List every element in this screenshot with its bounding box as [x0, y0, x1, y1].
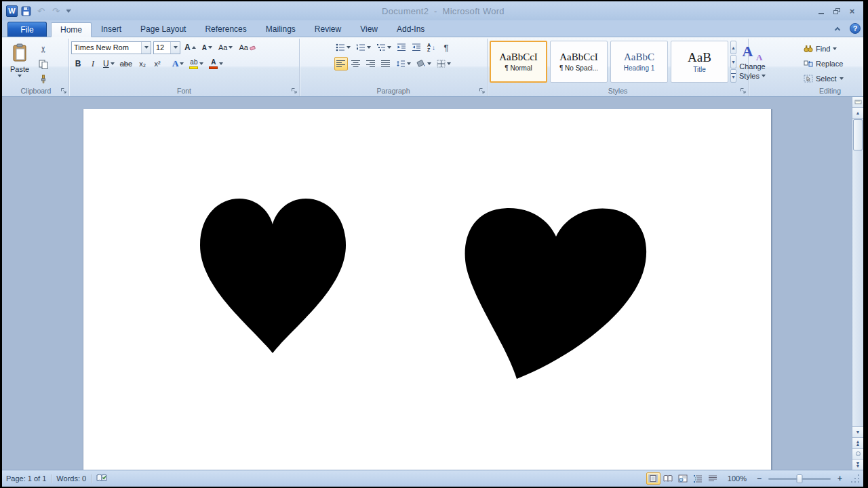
- redo-icon[interactable]: ↷: [50, 5, 62, 18]
- underline-button[interactable]: U: [101, 57, 117, 70]
- format-painter-button[interactable]: [35, 73, 52, 85]
- save-icon[interactable]: [20, 5, 33, 18]
- help-icon[interactable]: ?: [850, 23, 861, 34]
- heart-shape-left[interactable]: [200, 199, 346, 353]
- styles-gallery-expand-icon[interactable]: ▼: [730, 69, 736, 83]
- copy-button[interactable]: [35, 58, 52, 70]
- tab-insert[interactable]: Insert: [92, 22, 131, 37]
- style-normal[interactable]: AaBbCcI ¶ Normal: [490, 41, 547, 83]
- undo-icon[interactable]: ↶: [35, 5, 47, 18]
- clear-formatting-button[interactable]: Aa: [237, 41, 257, 54]
- align-right-button[interactable]: [364, 57, 378, 70]
- style-heading-1[interactable]: AaBbC Heading 1: [610, 41, 668, 83]
- vertical-scrollbar[interactable]: ▲ ▼ ▲▲ ▼▼: [852, 97, 863, 470]
- restore-button[interactable]: [829, 5, 844, 17]
- style-no-spacing[interactable]: AaBbCcI ¶ No Spaci...: [550, 41, 608, 83]
- numbering-button[interactable]: [354, 41, 373, 54]
- style-title[interactable]: AaB Title: [671, 41, 728, 83]
- customize-qat-icon[interactable]: [64, 5, 73, 18]
- close-button[interactable]: ×: [845, 5, 859, 17]
- proofing-status-button[interactable]: [96, 473, 108, 484]
- justify-button[interactable]: [379, 57, 393, 70]
- find-button[interactable]: Find: [800, 42, 860, 55]
- align-left-button[interactable]: [334, 57, 348, 70]
- increase-indent-button[interactable]: [410, 41, 423, 54]
- page-indicator[interactable]: Page: 1 of 1: [6, 474, 46, 483]
- replace-button[interactable]: Replace: [800, 57, 860, 70]
- fullscreen-reading-view-button[interactable]: [661, 472, 675, 485]
- tab-references[interactable]: References: [195, 22, 256, 37]
- scrollbar-thumb[interactable]: [853, 119, 863, 150]
- format-painter-icon: [39, 75, 48, 84]
- styles-scroll-down-icon[interactable]: ▼: [730, 55, 736, 68]
- print-layout-view-button[interactable]: [646, 472, 660, 485]
- web-layout-view-button[interactable]: [676, 472, 690, 485]
- grow-font-button[interactable]: A: [182, 41, 198, 54]
- scroll-down-icon[interactable]: ▼: [852, 426, 863, 437]
- tab-mailings[interactable]: Mailings: [256, 22, 305, 37]
- bold-button[interactable]: B: [71, 57, 85, 70]
- outline-view-button[interactable]: [691, 472, 705, 485]
- next-page-button[interactable]: ▼▼: [852, 459, 863, 470]
- minimize-ribbon-icon[interactable]: [832, 24, 843, 33]
- text-effects-button[interactable]: A: [170, 57, 186, 70]
- styles-scroll-up-icon[interactable]: ▲: [730, 41, 736, 54]
- tab-add-ins[interactable]: Add-Ins: [387, 22, 434, 37]
- statusbar-separator: [51, 474, 52, 483]
- zoom-slider-thumb[interactable]: [797, 474, 803, 483]
- resize-grip[interactable]: [850, 473, 859, 484]
- show-marks-button[interactable]: ¶: [439, 41, 453, 54]
- align-center-button[interactable]: [349, 57, 363, 70]
- heart-shape-right[interactable]: [465, 208, 647, 379]
- draft-view-button[interactable]: [706, 472, 720, 485]
- zoom-slider-track[interactable]: [768, 478, 831, 480]
- quick-access-toolbar: W ↶ ↷: [6, 5, 73, 18]
- font-size-dropdown-icon[interactable]: [170, 42, 180, 54]
- subscript-button[interactable]: x₂: [136, 57, 149, 70]
- font-name-combo[interactable]: Times New Rom: [71, 41, 151, 54]
- previous-page-button[interactable]: ▲▲: [852, 437, 863, 448]
- highlight-button[interactable]: ab: [187, 57, 205, 70]
- tab-view[interactable]: View: [351, 22, 387, 37]
- change-styles-button[interactable]: A A Change Styles: [738, 41, 766, 83]
- decrease-indent-button[interactable]: [395, 41, 408, 54]
- change-case-button[interactable]: Aa: [216, 41, 235, 54]
- italic-button[interactable]: I: [86, 57, 100, 70]
- shading-button[interactable]: [414, 57, 433, 70]
- group-paragraph: AZ ↓ ¶: [300, 39, 488, 96]
- tab-file[interactable]: File: [7, 22, 47, 37]
- document-page[interactable]: [83, 109, 771, 470]
- ruler-toggle-button[interactable]: [852, 97, 863, 108]
- superscript-button[interactable]: x²: [151, 57, 164, 70]
- tab-home[interactable]: Home: [51, 22, 92, 37]
- select-button[interactable]: Select: [800, 72, 860, 85]
- line-spacing-button[interactable]: [394, 57, 413, 70]
- browse-object-button[interactable]: [852, 448, 863, 459]
- font-dialog-launcher[interactable]: [290, 87, 298, 94]
- styles-dialog-launcher[interactable]: [739, 87, 747, 94]
- select-dropdown-icon: [840, 77, 844, 80]
- borders-button[interactable]: [435, 57, 453, 70]
- zoom-in-button[interactable]: +: [835, 474, 845, 484]
- paragraph-dialog-launcher[interactable]: [478, 87, 486, 94]
- shrink-font-button[interactable]: A: [200, 41, 214, 54]
- sort-button[interactable]: AZ ↓: [425, 41, 438, 54]
- strikethrough-button[interactable]: abe: [118, 57, 134, 70]
- bullets-button[interactable]: [334, 41, 353, 54]
- paste-button[interactable]: Paste: [5, 41, 34, 85]
- font-color-button[interactable]: A: [207, 57, 225, 70]
- word-app-icon[interactable]: W: [6, 5, 18, 17]
- scrollbar-track[interactable]: [852, 151, 863, 426]
- zoom-out-button[interactable]: −: [754, 474, 764, 484]
- tab-page-layout[interactable]: Page Layout: [131, 22, 195, 37]
- clipboard-dialog-launcher[interactable]: [60, 87, 67, 94]
- font-name-dropdown-icon[interactable]: [141, 42, 151, 54]
- font-size-combo[interactable]: 12: [153, 41, 180, 54]
- word-count[interactable]: Words: 0: [56, 474, 86, 483]
- minimize-button[interactable]: [814, 5, 828, 17]
- zoom-level-button[interactable]: 100%: [728, 474, 747, 483]
- cut-button[interactable]: ✂: [35, 43, 52, 56]
- tab-review[interactable]: Review: [305, 22, 351, 37]
- multilevel-list-button[interactable]: [374, 41, 393, 54]
- scroll-up-icon[interactable]: ▲: [852, 108, 863, 119]
